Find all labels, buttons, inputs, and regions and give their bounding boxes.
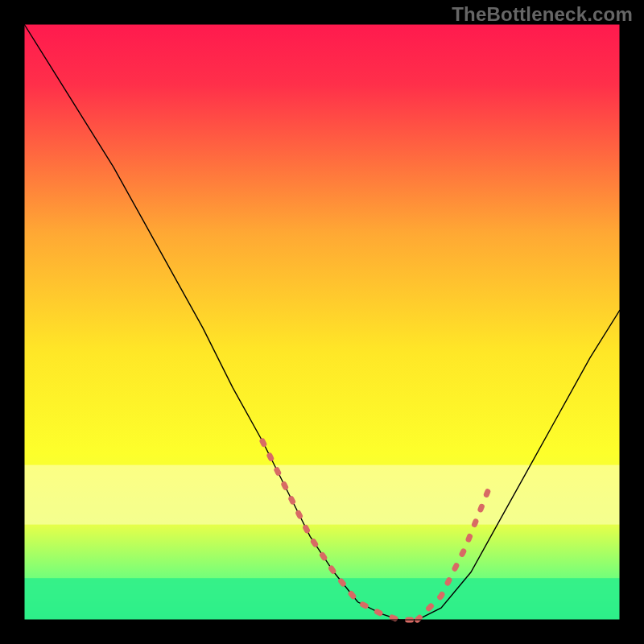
watermark-text: TheBottleneck.com [452, 3, 633, 26]
green-band [24, 578, 620, 620]
bottleneck-chart [0, 0, 644, 644]
pale-yellow-band [24, 465, 620, 525]
chart-background [24, 24, 620, 620]
